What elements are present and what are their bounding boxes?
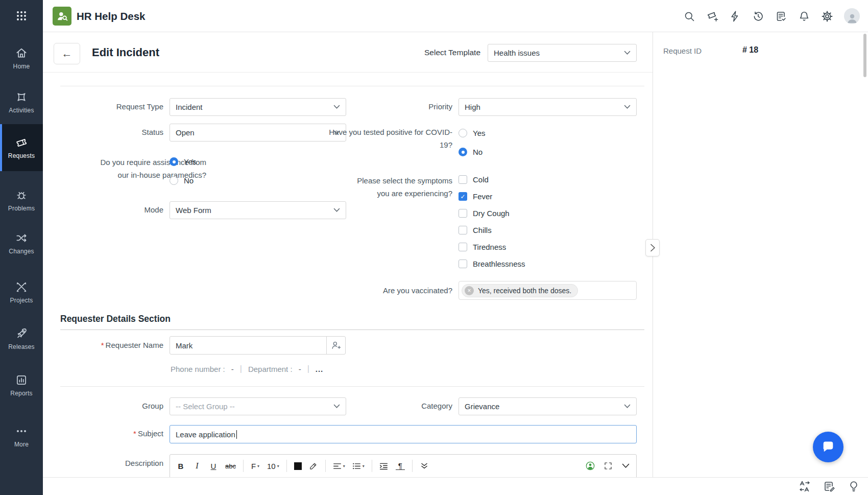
more-contact-details[interactable]: ... <box>316 365 324 373</box>
remove-tag-icon[interactable]: × <box>465 286 474 295</box>
chevron-down-icon <box>624 51 631 55</box>
description-label: Description <box>43 457 163 469</box>
font-family-button[interactable]: F▾ <box>251 462 260 470</box>
group-label: Group <box>43 399 163 412</box>
radio-no[interactable] <box>170 176 178 185</box>
align-button[interactable]: ▾ <box>333 462 345 470</box>
history-icon[interactable] <box>752 10 764 22</box>
highlight-color-button[interactable] <box>309 462 318 470</box>
sidebar-item-requests[interactable]: Requests <box>0 124 43 171</box>
sidebar-item-projects[interactable]: Projects <box>0 278 43 307</box>
settings-icon[interactable] <box>821 10 833 22</box>
required-asterisk: * <box>101 341 104 349</box>
vaccinated-tag[interactable]: × Yes, received both the doses. <box>462 284 578 297</box>
requester-contact-row: Phone number : - | Department : - | ... <box>171 364 323 373</box>
group-value: -- Select Group -- <box>176 402 235 411</box>
radio-yes[interactable] <box>459 129 467 137</box>
sidebar-item-more[interactable]: More <box>0 422 43 451</box>
add-requester-button[interactable] <box>326 336 346 355</box>
toolbar-separator <box>372 460 372 472</box>
template-select[interactable]: Health issues <box>488 44 637 62</box>
bold-button[interactable]: B <box>176 462 185 470</box>
request-id-value: # 18 <box>742 45 758 55</box>
app-logo[interactable] <box>53 7 71 26</box>
symptom-option[interactable]: Fever <box>459 192 525 201</box>
ticket-add-icon[interactable] <box>706 10 718 22</box>
feedback-edit-icon[interactable] <box>823 480 835 492</box>
radio-yes[interactable] <box>170 157 178 166</box>
checkbox[interactable] <box>459 192 467 201</box>
covid-option-no[interactable]: No <box>459 148 483 156</box>
sidebar-item-label: Changes <box>9 248 34 255</box>
panel-expander-button[interactable] <box>645 239 660 256</box>
checkbox[interactable] <box>459 226 467 234</box>
required-asterisk: * <box>133 429 136 438</box>
sidebar-item-label: Problems <box>8 205 35 212</box>
sidebar-item-changes[interactable]: Changes <box>0 229 43 257</box>
paramedics-option-no[interactable]: No <box>170 176 194 185</box>
checkbox-label: Fever <box>473 192 492 201</box>
checkbox-label: Chills <box>473 226 492 234</box>
covid-option-yes[interactable]: Yes <box>459 129 485 137</box>
subject-input[interactable]: Leave application <box>170 425 637 443</box>
sidebar-item-releases[interactable]: Releases <box>0 324 43 353</box>
sidebar-item-reports[interactable]: Reports <box>0 371 43 399</box>
toolbar-separator <box>412 460 413 472</box>
covid-question-label: Have you tested positive for COVID-19? <box>329 126 452 151</box>
underline-button[interactable]: U <box>209 462 218 470</box>
collapse-toolbar-button[interactable] <box>621 463 630 468</box>
symptom-option[interactable]: Cold <box>459 175 525 184</box>
priority-select[interactable]: High <box>459 98 637 116</box>
request-details-panel: Request ID # 18 <box>653 32 868 477</box>
fullscreen-button[interactable] <box>604 461 613 470</box>
symptom-option[interactable]: Tiredness <box>459 243 525 251</box>
checkbox[interactable] <box>459 243 467 251</box>
search-icon[interactable] <box>683 10 695 22</box>
strikethrough-button[interactable]: abc <box>225 462 236 470</box>
font-size-button[interactable]: 10▾ <box>267 462 279 470</box>
symptom-option[interactable]: Chills <box>459 226 525 234</box>
checkbox[interactable] <box>459 209 467 218</box>
sidebar-item-home[interactable]: Home <box>0 44 43 73</box>
edit-incident-form: Request Type Incident Priority High Stat… <box>43 73 653 477</box>
sidebar-item-problems[interactable]: Problems <box>0 186 43 215</box>
group-select[interactable]: -- Select Group -- <box>170 397 346 415</box>
mode-select[interactable]: Web Form <box>170 201 346 219</box>
symptoms-question-label: Please select the symptoms you are exper… <box>350 174 452 200</box>
bulb-icon[interactable] <box>848 480 860 492</box>
priority-value: High <box>465 103 480 111</box>
apps-grid-icon[interactable] <box>14 8 29 23</box>
checkbox[interactable] <box>459 175 467 184</box>
quick-actions-icon[interactable] <box>729 10 741 22</box>
status-select[interactable]: Open <box>170 124 346 142</box>
list-button[interactable]: ▾ <box>352 462 365 470</box>
chat-widget-button[interactable] <box>813 432 843 462</box>
toolbar-separator <box>243 460 244 472</box>
italic-button[interactable]: I <box>192 461 202 470</box>
insert-requester-icon[interactable] <box>585 461 595 471</box>
back-button[interactable]: ← <box>54 43 80 64</box>
vertical-scrollbar[interactable] <box>863 34 866 77</box>
vaccinated-field[interactable]: × Yes, received both the doses. <box>459 281 637 300</box>
requester-name-input[interactable]: Mark <box>170 336 327 355</box>
checkbox[interactable] <box>459 260 467 268</box>
translate-icon[interactable] <box>799 480 811 492</box>
symptom-option[interactable]: Dry Cough <box>459 209 525 218</box>
feedback-icon[interactable] <box>775 10 787 22</box>
text-color-button[interactable] <box>294 462 302 470</box>
paramedics-option-yes[interactable]: Yes <box>170 157 196 166</box>
sidebar-item-label: More <box>14 441 29 448</box>
template-select-value: Health issues <box>494 49 540 57</box>
separator: | <box>240 364 242 373</box>
paragraph-direction-button[interactable]: ¶ <box>396 462 405 470</box>
more-tools-button[interactable] <box>420 463 429 469</box>
category-select[interactable]: Grievance <box>459 397 637 415</box>
symptom-option[interactable]: Breathlessness <box>459 260 525 268</box>
app-window: Home Activities Requests Problems Change… <box>0 0 868 495</box>
request-type-select[interactable]: Incident <box>170 98 346 116</box>
radio-no[interactable] <box>459 148 467 156</box>
user-avatar[interactable] <box>844 8 860 24</box>
indent-button[interactable] <box>379 462 389 470</box>
sidebar-item-activities[interactable]: Activities <box>0 88 43 116</box>
notifications-icon[interactable] <box>798 10 810 22</box>
